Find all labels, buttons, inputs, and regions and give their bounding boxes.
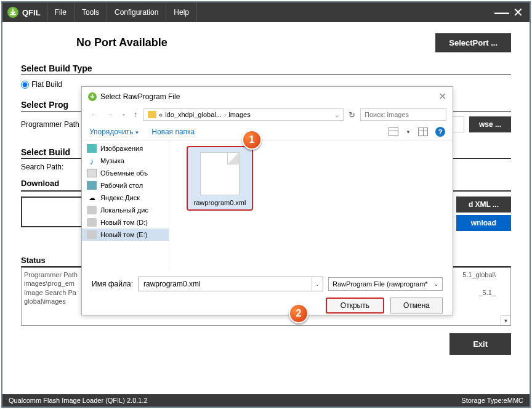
chevron-right-icon: ›	[224, 111, 226, 118]
status-bar: Qualcomm Flash Image Loader (QFIL) 2.0.1…	[2, 394, 530, 407]
menu-file[interactable]: File	[47, 2, 74, 22]
main-menu: File Tools Configuration Help	[47, 2, 197, 22]
title-bar: QFIL File Tools Configuration Help — ✕	[2, 2, 530, 22]
dialog-close-icon[interactable]: ✕	[438, 91, 446, 102]
flat-build-label: Flat Build	[31, 80, 62, 89]
close-icon[interactable]: ✕	[513, 5, 523, 20]
search-path-label: Search Path:	[21, 163, 63, 171]
menu-tools[interactable]: Tools	[74, 2, 107, 22]
cancel-button[interactable]: Отмена	[390, 298, 443, 314]
callout-1: 1	[242, 130, 262, 150]
callout-2: 2	[289, 304, 308, 323]
filename-dropdown-icon[interactable]: ⌄	[312, 277, 323, 291]
chevron-down-icon[interactable]: ⌄	[334, 111, 339, 118]
statusbar-version: Qualcomm Flash Image Loader (QFIL) 2.0.1…	[9, 397, 148, 404]
nav-forward-icon[interactable]: →	[104, 109, 116, 120]
sidebar-item-localdisk[interactable]: Локальный дис	[82, 204, 169, 216]
file-rawprogram0[interactable]: rawprogram0.xml	[187, 146, 253, 211]
port-status: No Port Available	[76, 36, 167, 49]
preview-pane-icon[interactable]	[418, 128, 428, 136]
sidebar-item-drive-d[interactable]: Новый том (D:)	[82, 216, 169, 229]
sidebar-item-yandex[interactable]: ☁Яндекс.Диск	[82, 192, 169, 204]
folder-sidebar: Изображения ♪Музыка Объемные объ Рабочий…	[82, 141, 169, 270]
dialog-logo-icon	[88, 92, 97, 101]
nav-back-icon[interactable]: ←	[88, 109, 100, 120]
filename-input[interactable]	[139, 277, 312, 291]
xml-file-icon	[200, 152, 240, 195]
folder-icon	[148, 111, 156, 118]
menu-help[interactable]: Help	[166, 2, 197, 22]
build-type-title: Select Build Type	[21, 63, 511, 75]
drive-icon	[87, 206, 97, 214]
3d-objects-icon	[87, 169, 97, 177]
yandex-disk-icon: ☁	[87, 193, 97, 202]
download-button[interactable]: wnload	[456, 215, 511, 231]
open-button[interactable]: Открыть	[326, 298, 384, 314]
organize-dropdown[interactable]: Упорядочить▼	[89, 128, 139, 136]
sidebar-item-drive-e[interactable]: Новый том (E:)	[82, 229, 169, 241]
browse-button[interactable]: wse ...	[469, 116, 511, 132]
new-folder-button[interactable]: Новая папка	[151, 128, 195, 136]
sidebar-item-3d[interactable]: Объемные объ	[82, 167, 169, 179]
load-xml-button[interactable]: d XML ...	[456, 196, 511, 213]
pictures-icon	[87, 144, 97, 153]
app-title: QFIL	[22, 8, 41, 17]
filename-combo[interactable]: ⌄	[138, 277, 323, 291]
sidebar-item-pictures[interactable]: Изображения	[82, 142, 169, 155]
nav-history-icon[interactable]: ▾	[120, 111, 127, 119]
flat-build-radio[interactable]	[21, 81, 29, 89]
file-open-dialog: Select RawProgram File ✕ ← → ▾ ↑ « ido_x…	[81, 86, 453, 315]
search-input[interactable]	[360, 108, 446, 121]
help-icon[interactable]: ?	[435, 127, 445, 137]
minimize-icon[interactable]: —	[494, 4, 509, 21]
view-mode-icon[interactable]	[389, 128, 398, 136]
select-port-button[interactable]: SelectPort ...	[435, 33, 511, 52]
desktop-icon	[87, 181, 97, 190]
drive-icon	[87, 218, 97, 227]
sidebar-item-desktop[interactable]: Рабочий стол	[82, 179, 169, 192]
dialog-title: Select RawProgram File	[100, 92, 180, 101]
path-breadcrumb[interactable]: « ido_xhdpi_global... › images ⌄	[143, 108, 344, 121]
nav-up-icon[interactable]: ↑	[131, 109, 140, 120]
scroll-down-icon[interactable]: ▾	[501, 315, 510, 325]
refresh-icon[interactable]: ↻	[347, 110, 357, 119]
programmer-path-label: Programmer Path	[21, 120, 79, 129]
sidebar-item-music[interactable]: ♪Музыка	[82, 155, 169, 167]
menu-configuration[interactable]: Configuration	[107, 2, 166, 22]
app-logo-icon	[7, 7, 18, 18]
exit-button[interactable]: Exit	[449, 333, 511, 355]
filename-label: Имя файла:	[92, 280, 133, 288]
statusbar-storage: Storage Type:eMMC	[461, 397, 523, 404]
file-filter-select[interactable]: RawProgram File (rawprogram*⌄	[328, 277, 443, 291]
file-list-area[interactable]: rawprogram0.xml 1	[169, 141, 453, 270]
drive-icon	[87, 230, 97, 239]
view-dropdown-icon[interactable]: ▼	[406, 129, 411, 135]
music-icon: ♪	[87, 156, 97, 165]
